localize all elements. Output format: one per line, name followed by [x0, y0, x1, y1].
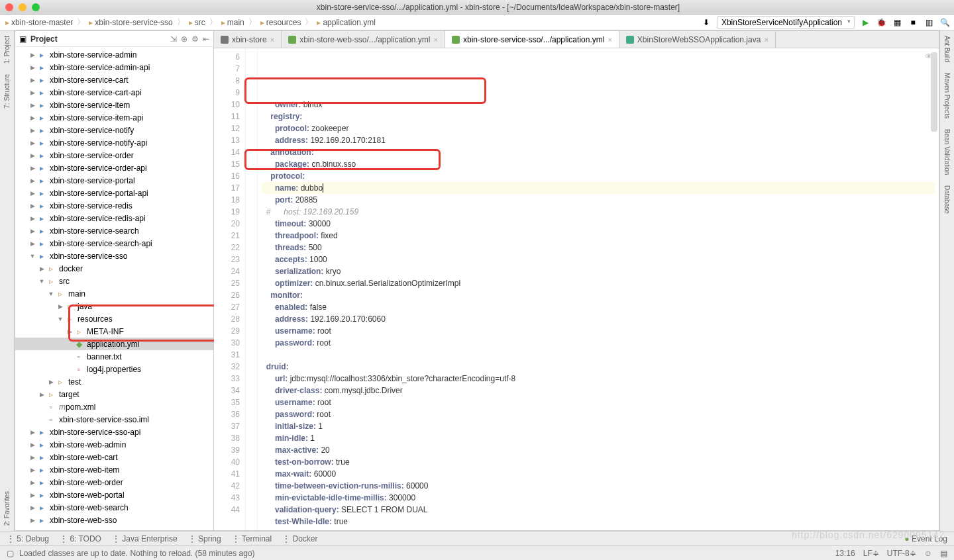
- bottom-tool-button[interactable]: ⋮ Java Enterprise: [112, 534, 178, 543]
- disclosure-arrow-icon[interactable]: ▶: [28, 504, 36, 511]
- gear-icon[interactable]: ⚙: [191, 34, 199, 44]
- close-tab-icon[interactable]: ×: [608, 36, 611, 44]
- tree-node[interactable]: ▫banner.txt: [15, 350, 213, 363]
- disclosure-arrow-icon[interactable]: ▶: [28, 442, 36, 448]
- code-line[interactable]: min-idle: 1: [262, 432, 935, 444]
- editor-tab[interactable]: xbin-store×: [214, 31, 282, 48]
- disclosure-arrow-icon[interactable]: ▼: [38, 278, 46, 285]
- disclosure-arrow-icon[interactable]: ▼: [56, 316, 64, 322]
- tree-node[interactable]: ▶▸xbin-store-web-cart: [15, 451, 213, 463]
- tree-node[interactable]: ▫log4j.properties: [15, 363, 213, 375]
- tree-node[interactable]: ▶▸xbin-store-service-order: [15, 149, 213, 162]
- tree-node[interactable]: ▶▹META-INF: [15, 325, 213, 338]
- memory-indicator[interactable]: ▤: [940, 549, 947, 558]
- code-line[interactable]: optimizer: cn.binux.serial.Serialization…: [262, 277, 935, 289]
- tree-node[interactable]: ▶▸xbin-store-service-cart-api: [15, 86, 213, 99]
- disclosure-arrow-icon[interactable]: ▼: [28, 253, 36, 259]
- code-line[interactable]: url: jdbc:mysql://localhost:3306/xbin_st…: [262, 373, 935, 385]
- disclosure-arrow-icon[interactable]: ▶: [28, 215, 36, 222]
- code-line[interactable]: protocol: zookeeper: [262, 122, 935, 134]
- tool-structure[interactable]: 7: Structure: [3, 69, 11, 114]
- disclosure-arrow-icon[interactable]: ▶: [28, 140, 36, 146]
- breadcrumb-item[interactable]: ▸application.yml: [315, 18, 376, 27]
- tree-node[interactable]: ▫m pom.xml: [15, 400, 213, 413]
- code-line[interactable]: annotation:: [262, 146, 935, 158]
- code-line[interactable]: [262, 349, 935, 361]
- tree-node[interactable]: ▶▸xbin-store-web-admin: [15, 438, 213, 451]
- breadcrumb-item[interactable]: ▸resources: [259, 18, 303, 27]
- disclosure-arrow-icon[interactable]: ▶: [28, 190, 36, 197]
- tree-node[interactable]: ▶▹target: [15, 388, 213, 400]
- close-window-icon[interactable]: [5, 3, 13, 11]
- code-line[interactable]: password: root: [262, 337, 935, 349]
- code-line[interactable]: test-on-borrow: true: [262, 456, 935, 468]
- disclosure-arrow-icon[interactable]: ▶: [28, 115, 36, 121]
- tree-node[interactable]: ▶▹docker: [15, 262, 213, 275]
- tree-node[interactable]: ▶▸xbin-store-service-portal-api: [15, 187, 213, 199]
- disclosure-arrow-icon[interactable]: ▶: [28, 152, 36, 159]
- disclosure-arrow-icon[interactable]: ▶: [28, 203, 36, 209]
- tool-database[interactable]: Database: [943, 180, 951, 219]
- code-line[interactable]: druid:: [262, 361, 935, 373]
- tool-favorites[interactable]: 2: Favorites: [3, 486, 11, 531]
- code-line[interactable]: registry:: [262, 111, 935, 122]
- disclosure-arrow-icon[interactable]: ▶: [28, 177, 36, 184]
- editor-tab[interactable]: xbin-store-web-sso/.../application.yml×: [282, 31, 445, 48]
- code-editor[interactable]: 6789101112131415161718192021222324252627…: [214, 48, 939, 530]
- autoscroll-icon[interactable]: ⊕: [181, 34, 187, 44]
- disclosure-arrow-icon[interactable]: ▶: [28, 492, 36, 498]
- code-line[interactable]: username: root: [262, 397, 935, 408]
- disclosure-arrow-icon[interactable]: ▶: [47, 379, 55, 385]
- event-log-button[interactable]: ● Event Log: [904, 534, 947, 543]
- project-tree[interactable]: ▶▸xbin-store-service-admin▶▸xbin-store-s…: [15, 47, 213, 530]
- debug-icon[interactable]: 🐞: [876, 17, 886, 28]
- code-line[interactable]: max-wait: 60000: [262, 468, 935, 480]
- window-controls[interactable]: [5, 3, 40, 11]
- disclosure-arrow-icon[interactable]: ▶: [38, 265, 46, 272]
- stop-icon[interactable]: ■: [908, 17, 918, 28]
- code-line[interactable]: min-evictable-idle-time-millis: 300000: [262, 492, 935, 504]
- search-icon[interactable]: 🔍: [939, 17, 950, 28]
- tree-node[interactable]: ▶▸xbin-store-service-redis-api: [15, 212, 213, 224]
- disclosure-arrow-icon[interactable]: ▶: [28, 228, 36, 234]
- tree-node[interactable]: ▶▸xbin-store-web-sso: [15, 514, 213, 526]
- tree-node[interactable]: ▶▸xbin-store-service-notify: [15, 124, 213, 136]
- tree-node[interactable]: ▶▸xbin-store-service-admin: [15, 48, 213, 61]
- bottom-tool-button[interactable]: ⋮ 6: TODO: [60, 534, 101, 543]
- make-project-icon[interactable]: ⬇: [701, 17, 712, 28]
- tree-node[interactable]: ▶▸xbin-store-service-portal: [15, 174, 213, 187]
- disclosure-arrow-icon[interactable]: ▶: [38, 391, 46, 398]
- minimize-window-icon[interactable]: [19, 3, 26, 11]
- bottom-tool-button[interactable]: ⋮ Terminal: [232, 534, 272, 543]
- run-icon[interactable]: ▶: [860, 17, 871, 28]
- code-line[interactable]: package: cn.binux.sso: [262, 158, 935, 170]
- code-line[interactable]: enabled: false: [262, 301, 935, 313]
- disclosure-arrow-icon[interactable]: ▶: [28, 64, 36, 71]
- tree-node[interactable]: ▶▸xbin-store-web-search: [15, 501, 213, 514]
- breadcrumb-item[interactable]: ▸xbin-store-service-sso: [87, 18, 174, 27]
- project-view-icon[interactable]: ▣: [19, 34, 26, 44]
- tree-node[interactable]: ▶▸xbin-store-service-notify-api: [15, 136, 213, 149]
- code-line[interactable]: validation-query: SELECT 1 FROM DUAL: [262, 504, 935, 516]
- breadcrumb-item[interactable]: ▸main: [220, 18, 246, 27]
- tree-node[interactable]: ▶▸xbin-store-service-item-api: [15, 111, 213, 124]
- tree-node[interactable]: ▶▸xbin-store-web-item: [15, 463, 213, 476]
- tree-node[interactable]: ▼▹resources: [15, 312, 213, 325]
- disclosure-arrow-icon[interactable]: ▶: [28, 517, 36, 524]
- disclosure-arrow-icon[interactable]: ▶: [28, 89, 36, 96]
- code-line[interactable]: # host: 192.169.20.159: [262, 206, 935, 218]
- disclosure-arrow-icon[interactable]: ▶: [66, 328, 74, 335]
- code-line[interactable]: protocol:: [262, 170, 935, 182]
- code-line[interactable]: name: dubbo: [262, 182, 935, 194]
- disclosure-arrow-icon[interactable]: ▶: [28, 429, 36, 436]
- status-lock-icon[interactable]: ▢: [7, 549, 14, 558]
- breadcrumb-item[interactable]: ▸xbin-store-master: [4, 18, 74, 27]
- scrollbar-thumb[interactable]: [931, 52, 937, 132]
- tree-node[interactable]: ▶▸xbin-store-service-redis: [15, 199, 213, 212]
- tool-maven[interactable]: Maven Projects: [943, 68, 951, 124]
- code-line[interactable]: owner: binux: [262, 99, 935, 111]
- disclosure-arrow-icon[interactable]: ▼: [47, 291, 55, 297]
- code-line[interactable]: threadpool: fixed: [262, 230, 935, 242]
- code-line[interactable]: threads: 500: [262, 242, 935, 254]
- tree-node[interactable]: ▶▸xbin-store-service-item: [15, 99, 213, 111]
